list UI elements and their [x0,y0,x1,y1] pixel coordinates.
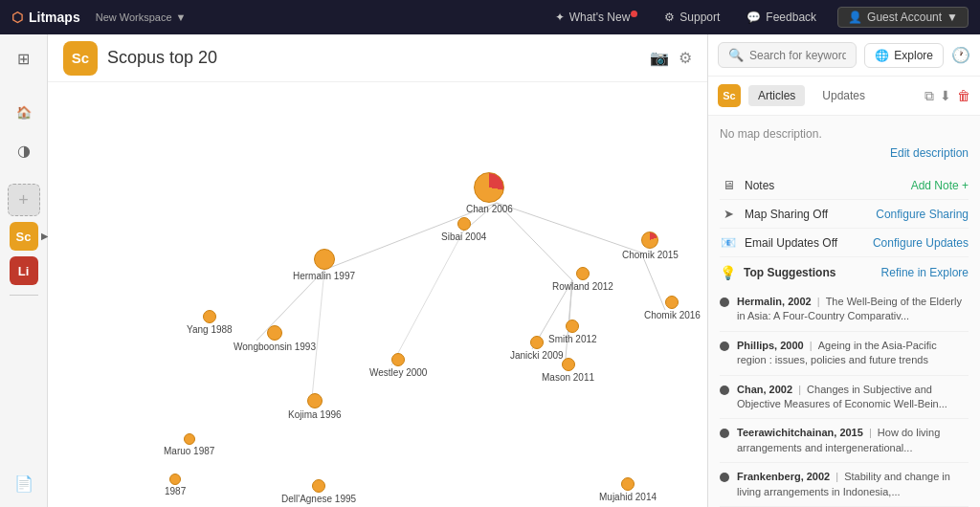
node-circle[interactable] [530,336,544,349]
node-circle[interactable] [391,353,405,366]
svg-line-9 [391,231,463,365]
user-icon: 👤 [848,11,862,24]
configure-sharing-link[interactable]: Configure Sharing [876,208,969,221]
panel-action-icons: ⧉ ⬇ 🗑 [924,88,970,104]
suggestion-dot [720,298,729,307]
panel-content: No map description. Edit description 🖥 N… [708,116,980,507]
suggestion-text: Phillips, 2000 | Ageing in the Asia-Paci… [737,339,969,368]
suggestion-text: Teerawichitchainan, 2015 | How do living… [737,426,969,455]
explore-button[interactable]: 🌐 Explore [864,43,944,68]
node-circle[interactable] [457,217,471,231]
camera-icon[interactable]: 📷 [650,49,669,67]
map-node[interactable]: Wongboonsin 1993 [234,325,316,352]
search-box[interactable]: 🔍 [718,42,857,68]
node-circle[interactable] [566,320,579,333]
export-icon[interactable]: ⬇ [940,88,951,104]
map-node[interactable]: Chomik 2015 [622,231,679,260]
grid-menu-icon[interactable]: ⊞ [8,42,40,75]
delete-icon[interactable]: 🗑 [957,88,970,104]
node-circle[interactable] [307,393,323,408]
map-node[interactable]: Chomik 2016 [644,296,701,320]
chevron-down-icon: ▼ [947,11,958,24]
node-circle[interactable] [562,358,575,371]
star-icon: ✦ [555,11,565,24]
document-icon[interactable]: 📄 [8,467,40,499]
feedback-icon: 💬 [746,11,761,24]
map-canvas[interactable]: Chan 2006Sibai 2004Hermalin 1997Chomik 2… [48,82,707,507]
map-description: No map description. [720,127,969,141]
workspace-selector[interactable]: New Workspace ▼ [96,11,187,23]
sidebar-divider [10,295,38,296]
email-icon: 📧 [720,235,737,250]
node-circle[interactable] [267,325,282,341]
feedback-button[interactable]: 💬 Feedback [741,11,822,24]
guest-account-button[interactable]: 👤 Guest Account ▼ [837,7,969,28]
map-node[interactable]: Rowland 2012 [552,267,613,292]
node-circle[interactable] [169,474,181,485]
node-circle[interactable] [314,249,335,270]
node-circle[interactable] [184,433,195,445]
suggestion-author: Teerawichitchainan, 2015 [737,427,863,438]
node-label: Kojima 1996 [288,409,342,420]
map-node[interactable]: Kojima 1996 [288,393,342,420]
suggestions-icon: 💡 [720,265,736,280]
node-circle[interactable] [641,231,658,249]
email-updates-label: Email Updates Off [745,236,865,250]
suggestion-item[interactable]: Phillips, 2000 | Ageing in the Asia-Paci… [720,332,969,376]
suggestion-dot [720,429,729,438]
node-circle[interactable] [203,310,216,323]
add-map-icon[interactable]: + [8,184,40,216]
node-label: Yang 1988 [187,324,233,335]
suggestion-author: Frankenberg, 2002 [737,471,830,482]
suggestion-item[interactable]: Hermalin, 2002 | The Well-Being of the E… [720,288,969,332]
suggestion-author: Phillips, 2000 [737,340,804,351]
history-icon[interactable]: 🕐 [951,46,970,64]
suggestion-divider: | [795,384,804,395]
add-note-button[interactable]: Add Note + [911,179,969,192]
map-node[interactable]: Dell'Agnese 1995 [281,479,356,504]
map-node[interactable]: Yang 1988 [187,310,233,335]
suggestion-author: Chan, 2002 [737,384,792,395]
map-node[interactable]: Maruo 1987 [164,433,214,456]
search-icon: 🔍 [728,48,744,62]
map-node[interactable]: Hermalin 1997 [293,249,355,281]
li-badge[interactable]: Li [10,256,38,285]
suggestion-dot [720,386,729,395]
edit-description-link[interactable]: Edit description [720,146,969,160]
suggestion-item[interactable]: Frankenberg, 2002 | Stability and change… [720,463,969,507]
copy-icon[interactable]: ⧉ [924,88,934,104]
settings-icon[interactable]: ⚙ [679,49,692,67]
map-node[interactable]: 1987 [165,474,186,496]
home-icon[interactable]: 🏠 [8,96,40,128]
node-circle[interactable] [621,477,635,491]
node-circle[interactable] [312,479,325,493]
node-label: Chomik 2016 [644,310,701,320]
node-circle[interactable] [665,296,679,309]
configure-updates-link[interactable]: Configure Updates [873,236,969,250]
map-node[interactable]: Westley 2000 [369,353,427,378]
map-node[interactable]: Mujahid 2014 [599,477,657,502]
node-circle[interactable] [576,267,590,280]
notes-label: Notes [745,179,903,192]
whats-new-button[interactable]: ✦ What's New [549,11,644,24]
search-input[interactable] [749,49,846,62]
top-navigation: ⬡ Litmaps New Workspace ▼ ✦ What's New ⚙… [0,0,980,34]
map-node[interactable]: Chan 2006 [466,172,513,214]
contrast-icon[interactable]: ◑ [8,134,40,166]
map-tools: 📷 ⚙ [650,49,692,67]
node-circle[interactable] [474,172,504,203]
map-source-icon: Sc [63,41,98,76]
suggestion-item[interactable]: Chan, 2002 | Changes in Subjective and O… [720,376,969,420]
map-node[interactable]: Mason 2011 [542,358,594,383]
support-button[interactable]: ⚙ Support [658,11,725,24]
map-sharing-label: Map Sharing Off [745,208,868,221]
scopus-badge[interactable]: Sc [10,222,38,251]
suggestion-dot [720,342,729,351]
suggestion-item[interactable]: Teerawichitchainan, 2015 | How do living… [720,419,969,463]
workspace-arrow: ▼ [176,11,187,23]
tab-articles[interactable]: Articles [748,85,805,106]
map-node[interactable]: Sibai 2004 [441,217,486,242]
refine-in-explore-link[interactable]: Refine in Explore [881,266,969,279]
tab-updates[interactable]: Updates [813,85,875,106]
panel-tabs: Sc Articles Updates ⧉ ⬇ 🗑 [708,77,980,116]
